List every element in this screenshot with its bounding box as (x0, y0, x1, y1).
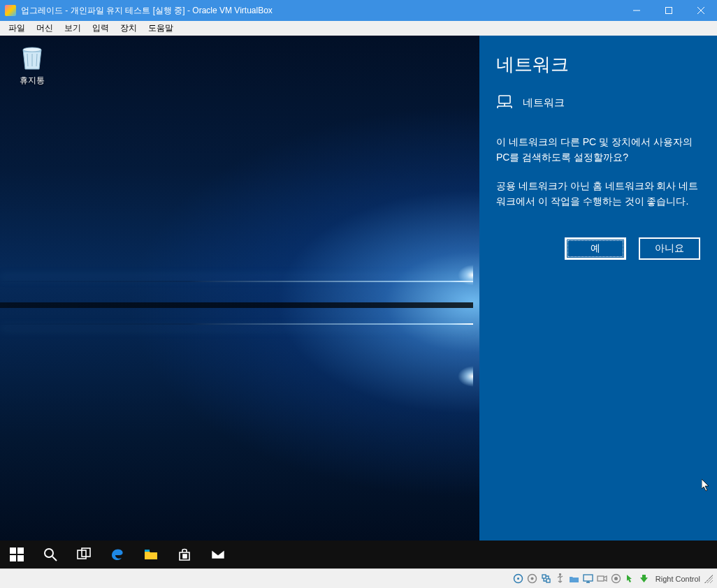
svg-rect-22 (584, 575, 593, 581)
svg-rect-0 (666, 8, 672, 14)
titlebar: 업그레이드 - 개인파일 유지 테스트 [실행 중] - Oracle VM V… (0, 0, 717, 21)
minimize-button[interactable] (621, 0, 653, 21)
windows-logo-icon (9, 547, 24, 562)
svg-rect-4 (17, 547, 24, 554)
menu-file[interactable]: 파일 (3, 21, 31, 36)
svg-rect-14 (185, 557, 187, 558)
network-panel-body: 이 네트워크의 다른 PC 및 장치에서 사용자의 PC를 검색하도록 설정할까… (496, 135, 700, 210)
mouse-integration-icon[interactable] (625, 573, 636, 585)
store-icon (177, 547, 192, 562)
display-icon[interactable] (583, 573, 594, 585)
start-button[interactable] (0, 541, 34, 568)
window-title: 업그레이드 - 개인파일 유지 테스트 [실행 중] - Oracle VM V… (21, 5, 621, 17)
menubar: 파일 머신 보기 입력 장치 도움말 (0, 21, 717, 36)
svg-point-21 (560, 574, 561, 575)
search-button[interactable] (34, 541, 67, 568)
svg-rect-6 (17, 555, 24, 561)
yes-button[interactable]: 예 (565, 237, 626, 260)
hard-disk-activity-icon[interactable] (513, 573, 524, 585)
desktop-icon-recycle-bin[interactable]: 휴지통 (10, 43, 55, 87)
menu-devices[interactable]: 장치 (115, 21, 143, 36)
maximize-button[interactable] (653, 0, 685, 21)
resize-grip-icon[interactable] (704, 575, 713, 583)
ethernet-icon (496, 95, 513, 111)
svg-rect-12 (185, 554, 187, 556)
task-view-button[interactable] (67, 541, 101, 568)
file-explorer-button[interactable] (134, 541, 168, 568)
task-view-icon (76, 547, 92, 562)
svg-point-25 (614, 577, 618, 580)
virtualbox-app-icon (5, 5, 16, 16)
svg-rect-2 (499, 96, 510, 103)
close-button[interactable] (685, 0, 717, 21)
vm-display[interactable]: 휴지통 네트워크 네트워크 이 네트워크의 다른 PC 및 장치에서 사용자의 … (0, 36, 717, 568)
network-panel-heading: 네트워크 (496, 52, 700, 77)
network-entry: 네트워크 (496, 95, 700, 111)
network-discovery-panel: 네트워크 네트워크 이 네트워크의 다른 PC 및 장치에서 사용자의 PC를 … (479, 36, 717, 541)
shared-folders-icon[interactable] (569, 573, 580, 585)
network-adapter-icon[interactable] (541, 573, 552, 585)
search-icon (43, 547, 58, 562)
desktop-icon-label: 휴지통 (10, 75, 55, 87)
svg-rect-23 (598, 576, 604, 581)
keyboard-captured-icon[interactable] (639, 573, 650, 585)
host-key-indicator[interactable]: Right Control (656, 575, 700, 583)
svg-point-1 (23, 47, 41, 52)
guest-additions-icon[interactable] (611, 573, 622, 585)
svg-rect-11 (183, 554, 184, 556)
svg-rect-3 (10, 547, 16, 554)
svg-point-16 (517, 578, 519, 580)
mail-button[interactable] (201, 541, 235, 568)
menu-help[interactable]: 도움말 (143, 21, 179, 36)
network-question-2: 공용 네트워크가 아닌 홈 네트워크와 회사 네트워크에서 이 작업을 수행하는… (496, 179, 700, 209)
svg-rect-5 (10, 555, 16, 561)
svg-rect-13 (183, 557, 184, 558)
svg-rect-20 (546, 579, 550, 582)
menu-input[interactable]: 입력 (87, 21, 115, 36)
svg-point-18 (531, 578, 534, 580)
taskbar (0, 541, 717, 568)
store-button[interactable] (168, 541, 201, 568)
vbox-statusbar: Right Control (0, 568, 717, 588)
edge-button[interactable] (101, 541, 134, 568)
menu-view[interactable]: 보기 (59, 21, 87, 36)
svg-point-7 (45, 549, 53, 557)
usb-icon[interactable] (555, 573, 566, 585)
folder-icon (143, 547, 159, 562)
svg-rect-10 (145, 550, 150, 552)
network-name: 네트워크 (523, 96, 565, 110)
recycle-bin-icon (17, 43, 47, 72)
video-capture-icon[interactable] (597, 573, 608, 585)
svg-rect-19 (542, 575, 546, 578)
no-button[interactable]: 아니요 (639, 237, 700, 260)
optical-drive-icon[interactable] (527, 573, 538, 585)
menu-machine[interactable]: 머신 (31, 21, 59, 36)
edge-icon (110, 547, 125, 562)
network-question-1: 이 네트워크의 다른 PC 및 장치에서 사용자의 PC를 검색하도록 설정할까… (496, 135, 700, 165)
network-panel-buttons: 예 아니요 (496, 237, 700, 260)
mail-icon (210, 547, 226, 562)
